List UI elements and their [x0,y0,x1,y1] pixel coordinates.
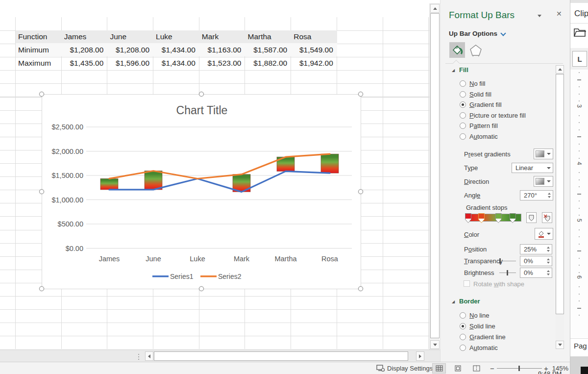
rotate-with-shape-checkbox[interactable] [464,280,470,287]
pane-scroll-down-button[interactable] [556,341,564,349]
border-option-no-line[interactable]: No line [460,311,489,320]
fill-collapse-icon[interactable]: ◢ [452,68,455,73]
pane-scrollbar[interactable] [556,65,564,349]
table-cell[interactable]: $1,549.00 [291,43,333,56]
display-settings-button[interactable]: Display Settings [387,365,433,372]
spinner-arrows-icon[interactable] [547,270,552,275]
table-cell[interactable]: $1,208.00 [107,43,149,56]
view-page-layout-button[interactable] [451,363,465,374]
brightness-spinner[interactable]: 0% [520,268,552,278]
table-cell[interactable]: $1,434.00 [153,56,196,70]
tab-stop-selector[interactable]: L [572,51,587,67]
chart-selection-handle[interactable] [39,286,44,291]
scroll-right-button[interactable] [416,351,424,361]
chart-selection-handle[interactable] [199,286,204,291]
scroll-down-button[interactable] [430,340,440,349]
fill-option-solid-fill[interactable]: Solid fill [460,90,491,99]
border-option-solid-line[interactable]: Solid line [460,322,495,330]
table-row-label[interactable]: Minimum [18,43,59,56]
fill-option-picture-or-texture-fill[interactable]: Picture or texture fill [460,111,526,120]
radio-button[interactable] [460,133,466,140]
border-option-gradient-line[interactable]: Gradient line [460,333,506,341]
spinner-arrows-icon[interactable] [547,258,552,264]
table-header-cell[interactable]: Rosa [294,30,335,43]
series-line[interactable] [109,154,330,178]
angle-spinner[interactable]: 270° [520,190,553,200]
up-bar[interactable] [321,154,339,173]
stop-color-button[interactable] [535,228,553,240]
table-header-cell[interactable]: Mark [202,30,243,43]
radio-button[interactable] [460,334,466,340]
radio-button[interactable] [460,323,466,329]
radio-button[interactable] [460,123,466,129]
radio-button[interactable] [460,91,466,98]
pane-scroll-thumb[interactable] [556,74,564,314]
radio-button[interactable] [460,312,466,319]
add-gradient-stop-button[interactable] [526,212,537,223]
chart-title[interactable]: Chart Title [176,104,228,117]
pane-scroll-up-button[interactable] [556,65,564,74]
table-cell[interactable]: $1,882.00 [245,56,288,70]
vertical-scroll-thumb[interactable] [430,13,440,338]
transparency-spinner[interactable]: 0% [520,256,552,266]
gradient-stop-0%[interactable] [465,213,471,223]
table-header-cell[interactable]: June [110,30,151,43]
gradient-stops-bar[interactable] [467,214,521,222]
radio-button[interactable] [460,80,466,87]
zoom-out-button[interactable]: − [490,364,494,373]
chart[interactable]: $0.00$500.00$1,000.00$1,500.00$2,000.00$… [42,94,361,289]
up-bar-options-label[interactable]: Up Bar Options [449,30,497,37]
brightness-slider[interactable] [499,273,516,273]
table-row-label[interactable]: Maximum [18,56,59,70]
vertical-scrollbar[interactable] [429,4,440,349]
radio-button[interactable] [460,101,466,108]
up-bar[interactable] [145,171,162,190]
view-normal-button[interactable] [432,363,446,374]
table-cell[interactable]: $1,596.00 [107,56,149,70]
chart-selection-handle[interactable] [358,286,363,291]
table-cell[interactable]: $1,942.00 [291,56,333,70]
border-option-automatic[interactable]: Automatic [460,344,498,352]
spinner-arrows-icon[interactable] [547,247,552,252]
table-header-cell[interactable]: Function [18,30,59,43]
radio-button[interactable] [460,345,466,351]
chart-selection-handle[interactable] [39,92,44,97]
table-cell[interactable]: $1,163.00 [199,43,242,56]
fill-option-automatic[interactable]: Automatic [460,132,498,141]
fill-section-header[interactable]: Fill [459,66,468,74]
tabs-splitter-handle[interactable] [138,354,139,360]
folder-icon[interactable] [573,26,587,40]
chart-selection-handle[interactable] [358,189,363,194]
view-page-break-button[interactable] [469,363,483,374]
pane-close-button[interactable]: ✕ [556,10,562,18]
preset-gradients-dropdown[interactable] [534,149,553,159]
gradient-stop-57%[interactable] [495,213,502,223]
pane-menu-dropdown[interactable] [538,15,541,17]
fill-option-no-fill[interactable]: No fill [460,79,486,88]
table-header-cell[interactable]: Martha [248,30,289,43]
fill-option-gradient-fill[interactable]: Gradient fill [460,100,502,109]
transparency-slider-handle[interactable] [499,258,501,264]
table-header-cell[interactable]: Luke [156,30,197,43]
direction-dropdown[interactable] [534,176,553,187]
options-chevron-down-icon[interactable] [500,30,506,36]
zoom-slider-handle[interactable] [518,366,520,371]
table-cell[interactable]: $1,434.00 [153,43,196,56]
border-collapse-icon[interactable]: ◢ [452,299,455,304]
chart-selection-handle[interactable] [39,189,44,194]
up-bar[interactable] [100,178,118,190]
chart-selection-handle[interactable] [358,92,363,97]
tab-fill-line[interactable] [449,42,465,58]
scroll-up-button[interactable] [430,4,440,13]
gradient-stop-25%[interactable] [478,213,485,223]
type-dropdown[interactable]: Linear [512,163,553,173]
scroll-left-button[interactable] [145,351,153,361]
table-cell[interactable]: $1,208.00 [62,43,104,56]
horizontal-scroll-thumb[interactable] [154,351,408,361]
table-cell[interactable]: $1,587.00 [245,43,288,56]
border-section-header[interactable]: Border [459,298,480,305]
fill-option-pattern-fill[interactable]: Pattern fill [460,122,498,130]
radio-button[interactable] [460,112,466,119]
brightness-slider-handle[interactable] [507,270,508,275]
gradient-stop-84%[interactable] [510,213,516,223]
